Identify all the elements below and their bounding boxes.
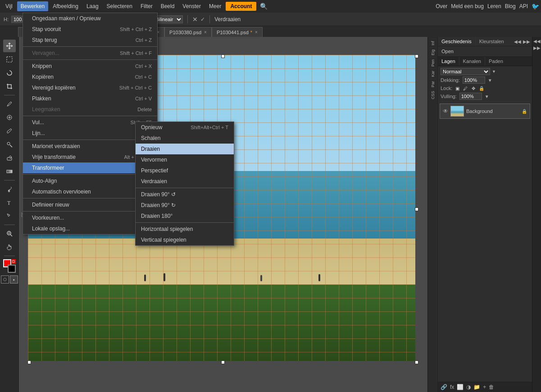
blog-link[interactable]: Blog <box>505 3 516 9</box>
menu-vervagen[interactable]: Vervagen... Shift + Ctrl + F <box>23 48 157 59</box>
menu-afbeelding[interactable]: Afbeelding <box>49 1 82 11</box>
tool-pen[interactable] <box>3 183 16 195</box>
side-tab-kar[interactable]: Kar <box>430 68 436 79</box>
learn-link[interactable]: Leren <box>487 3 501 9</box>
layer-visibility-icon[interactable]: 👁 <box>443 108 448 114</box>
tool-hand[interactable] <box>3 241 16 253</box>
side-tab-par[interactable]: Par <box>430 79 436 89</box>
opacity-input[interactable] <box>463 77 485 84</box>
menu-kopieren[interactable]: Kopiëren Ctrl + C <box>23 72 157 82</box>
api-link[interactable]: API <box>519 3 528 9</box>
opacity-arrow[interactable]: ▼ <box>488 78 492 83</box>
submenu-schalen[interactable]: Schalen <box>136 133 234 144</box>
tool-eraser[interactable] <box>3 152 16 164</box>
over-link[interactable]: Over <box>436 3 447 9</box>
submenu-opnieuw[interactable]: Opnieuw Shift+Alt+Ctrl + T <box>136 122 234 133</box>
history-item-open[interactable]: Open <box>438 47 532 55</box>
tool-crop[interactable] <box>3 80 16 93</box>
side-tab-inf[interactable]: Inf <box>430 39 436 47</box>
tool-gradient[interactable] <box>3 165 16 178</box>
tab-kleurstalen[interactable]: Kleurstalen <box>476 37 508 46</box>
menu-laag[interactable]: Laag <box>83 1 102 11</box>
layer-style-icon[interactable]: fx <box>450 384 454 390</box>
cancel-button[interactable]: ✕ <box>192 16 198 23</box>
menu-venster[interactable]: Venster <box>179 1 205 11</box>
lock-image-icon[interactable]: 🖊 <box>462 85 468 91</box>
menu-filter[interactable]: Filter <box>137 1 156 11</box>
search-icon[interactable]: 🔍 <box>257 3 270 10</box>
transform-handle-bl[interactable] <box>27 360 31 364</box>
submenu-horizontaal[interactable]: Horizontaal spiegelen <box>136 224 234 234</box>
transform-handle-bm[interactable] <box>221 360 225 364</box>
layers-tab-lagen[interactable]: Lagen <box>438 57 459 66</box>
blend-dropdown-arrow[interactable]: ▼ <box>492 69 496 74</box>
link-layers-icon[interactable]: 🔗 <box>441 384 447 390</box>
menu-leegmaken[interactable]: Leegmaken Delete <box>23 104 157 115</box>
menu-plakken[interactable]: Plakken Ctrl + V <box>23 93 157 104</box>
transform-handle-tr[interactable] <box>415 54 418 58</box>
tool-clone[interactable] <box>3 138 16 151</box>
new-layer-icon[interactable]: + <box>483 384 486 390</box>
menu-ongedaan[interactable]: Ongedaan maken / Opnieuw <box>23 13 157 24</box>
tool-eyedropper[interactable] <box>3 98 16 110</box>
tab-p1030441[interactable]: P1030441.psd * × <box>212 27 263 37</box>
outer-collapse-btn[interactable]: ◀◀ <box>533 39 541 44</box>
lock-transparency-icon[interactable]: ▣ <box>454 85 460 91</box>
submenu-verdraaien[interactable]: Verdraaien <box>136 176 234 187</box>
menu-knippen[interactable]: Knippen Ctrl + X <box>23 61 157 72</box>
submenu-verticaal[interactable]: Verticaal spiegelen <box>136 234 234 245</box>
tool-select[interactable] <box>3 53 16 66</box>
tool-zoom[interactable] <box>3 227 16 240</box>
group-layers-icon[interactable]: 📁 <box>473 384 480 390</box>
side-tab-css[interactable]: CSS <box>430 89 436 101</box>
tool-move[interactable] <box>3 40 16 52</box>
bug-link[interactable]: Meld een bug <box>451 3 484 9</box>
menu-stap-vooruit[interactable]: Stap vooruit Shift + Ctrl + Z <box>23 24 157 35</box>
submenu-vervormen[interactable]: Vervormen <box>136 154 234 165</box>
layers-tab-paden[interactable]: Paden <box>485 57 507 66</box>
layer-mask-icon[interactable]: ⬜ <box>457 384 464 390</box>
panel-expand-btn[interactable]: ▶▶ <box>523 39 530 44</box>
menu-bewerken[interactable]: Bewerken <box>17 1 48 11</box>
confirm-button[interactable]: ✓ <box>200 16 205 23</box>
transform-handle-tm[interactable] <box>221 54 225 58</box>
lock-all-icon[interactable]: 🔒 <box>478 85 485 91</box>
side-tab-pen[interactable]: Pen <box>430 57 436 68</box>
menu-stap-terug[interactable]: Stap terug Ctrl + Z <box>23 35 157 45</box>
panel-collapse-btn[interactable]: ◀◀ <box>514 39 521 44</box>
menu-vijl[interactable]: Vijl <box>2 1 16 11</box>
layer-item-background[interactable]: 👁 Background 🔒 <box>440 104 530 119</box>
fill-input[interactable] <box>459 93 482 100</box>
menu-selecteren[interactable]: Selecteren <box>103 1 136 11</box>
menu-verenigd[interactable]: Verenigd kopiëren Shift + Ctrl + C <box>23 82 157 93</box>
adjustment-layer-icon[interactable]: ◑ <box>466 384 471 390</box>
tab-geschiedenis[interactable]: Geschiedenis <box>438 37 476 46</box>
transform-handle-br[interactable] <box>415 360 418 364</box>
tool-lasso[interactable] <box>3 67 16 79</box>
submenu-draaien-90-cw[interactable]: Draaien 90° ↻ <box>136 200 234 211</box>
blend-mode-select[interactable]: Normaal <box>441 68 490 75</box>
tab-close-p1030380[interactable]: × <box>204 30 207 35</box>
quickmask-mode[interactable]: ⬧ <box>10 275 18 284</box>
tool-heal[interactable] <box>3 111 16 124</box>
submenu-draaien[interactable]: Draaien <box>136 144 234 154</box>
submenu-draaien-90-ccw[interactable]: Draaien 90° ↺ <box>136 189 234 200</box>
menu-beeld[interactable]: Beeld <box>157 1 178 11</box>
lock-position-icon[interactable]: ✥ <box>470 85 477 91</box>
tool-text[interactable]: T <box>3 196 16 209</box>
fg-bg-colors[interactable]: D <box>2 259 17 273</box>
transform-handle-mr[interactable] <box>415 207 418 211</box>
menu-meer[interactable]: Meer <box>205 1 225 11</box>
tab-close-p1030441[interactable]: × <box>255 30 258 35</box>
account-button[interactable]: Account <box>226 2 256 11</box>
tab-p1030380[interactable]: P1030380.psd × <box>164 27 212 37</box>
outer-expand-btn[interactable]: ▶▶ <box>533 45 541 50</box>
submenu-draaien-180[interactable]: Draaien 180° <box>136 211 234 221</box>
layers-tab-kanalen[interactable]: Kanalen <box>459 57 485 66</box>
background-color[interactable] <box>8 265 16 273</box>
submenu-perspectief[interactable]: Perspectief <box>136 165 234 176</box>
standard-mode[interactable]: ⬡ <box>1 275 9 284</box>
tool-path-select[interactable] <box>3 210 16 222</box>
tool-brush[interactable] <box>3 125 16 137</box>
side-tab-eig[interactable]: Eig <box>430 47 436 57</box>
